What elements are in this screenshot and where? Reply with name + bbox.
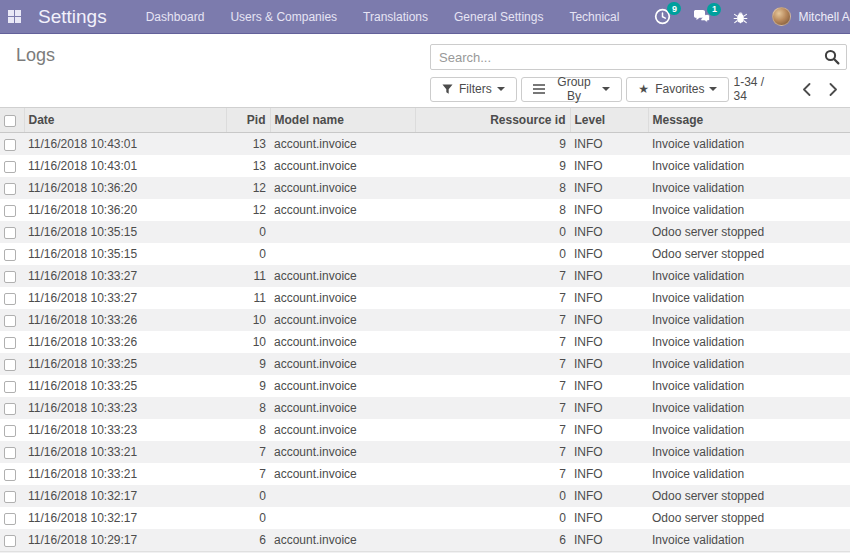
row-select-cell [0,529,24,551]
row-checkbox[interactable] [4,315,16,327]
cell-model-name [270,221,415,243]
row-checkbox[interactable] [4,513,16,525]
column-header-model-name[interactable]: Model name [270,108,415,133]
row-checkbox[interactable] [4,227,16,239]
table-row[interactable]: 11/16/2018 10:33:21 7 account.invoice 7 … [0,463,850,485]
row-checkbox[interactable] [4,205,16,217]
column-header-pid[interactable]: Pid [226,108,270,133]
select-all-checkbox[interactable] [4,115,16,127]
column-header-ressource-id[interactable]: Ressource id [415,108,570,133]
row-checkbox[interactable] [4,293,16,305]
cell-date: 11/16/2018 10:33:23 [24,397,226,419]
cell-ressource-id: 7 [415,419,570,441]
table-row[interactable]: 11/16/2018 10:29:17 6 account.invoice 6 … [0,529,850,551]
row-checkbox[interactable] [4,535,16,547]
activities-clock-icon[interactable]: 9 [654,8,671,25]
row-checkbox[interactable] [4,491,16,503]
table-row[interactable]: 11/16/2018 10:33:26 10 account.invoice 7… [0,309,850,331]
nav-item-technical[interactable]: Technical [556,0,632,33]
cell-pid: 0 [226,507,270,529]
search-options-row: Filters Group By ★ Favorites 1-34 / 34 [430,75,847,103]
row-select-cell [0,353,24,375]
cell-pid: 11 [226,287,270,309]
cell-ressource-id: 8 [415,177,570,199]
row-checkbox[interactable] [4,249,16,261]
user-name: Mitchell Admin (Odoo_12) [798,10,850,24]
cell-message: Invoice validation [648,463,850,485]
row-checkbox[interactable] [4,337,16,349]
table-row[interactable]: 11/16/2018 10:35:15 0 0 INFO Odoo server… [0,243,850,265]
search-icon[interactable] [824,49,840,68]
app-title[interactable]: Settings [38,6,107,28]
search-input[interactable] [430,44,847,70]
cell-ressource-id: 9 [415,155,570,177]
table-row[interactable]: 11/16/2018 10:33:25 9 account.invoice 7 … [0,353,850,375]
cell-pid: 8 [226,397,270,419]
row-checkbox[interactable] [4,183,16,195]
table-row[interactable]: 11/16/2018 10:33:21 7 account.invoice 7 … [0,441,850,463]
cell-pid: 12 [226,177,270,199]
user-menu[interactable]: Mitchell Admin (Odoo_12) [772,7,850,26]
table-row[interactable]: 11/16/2018 10:33:26 10 account.invoice 7… [0,331,850,353]
table-row[interactable]: 11/16/2018 10:33:23 8 account.invoice 7 … [0,419,850,441]
column-header-level[interactable]: Level [570,108,648,133]
row-checkbox[interactable] [4,447,16,459]
cell-message: Invoice validation [648,375,850,397]
column-header-message[interactable]: Message [648,108,850,133]
filters-button[interactable]: Filters [430,77,517,102]
cell-level: INFO [570,529,648,551]
apps-grid-icon[interactable] [8,10,21,23]
table-row[interactable]: 11/16/2018 10:32:17 0 0 INFO Odoo server… [0,485,850,507]
nav-item-general-settings[interactable]: General Settings [441,0,556,33]
cell-pid: 13 [226,133,270,156]
column-header-date[interactable]: Date [24,108,226,133]
row-checkbox[interactable] [4,425,16,437]
row-select-cell [0,199,24,221]
table-row[interactable]: 11/16/2018 10:33:27 11 account.invoice 7… [0,265,850,287]
cell-model-name [270,243,415,265]
pager: 1-34 / 34 [733,75,847,103]
row-checkbox[interactable] [4,359,16,371]
group-by-button[interactable]: Group By [521,77,623,102]
chevron-down-icon [497,87,505,91]
table-row[interactable]: 11/16/2018 10:43:01 13 account.invoice 9… [0,155,850,177]
table-row[interactable]: 11/16/2018 10:33:25 9 account.invoice 7 … [0,375,850,397]
cell-date: 11/16/2018 10:33:26 [24,331,226,353]
messages-chat-icon[interactable]: 1 [693,9,711,25]
favorites-button[interactable]: ★ Favorites [626,77,729,102]
nav-item-translations[interactable]: Translations [350,0,441,33]
cell-pid: 9 [226,353,270,375]
row-select-cell [0,265,24,287]
pager-previous-button[interactable] [793,83,820,96]
cell-message: Invoice validation [648,419,850,441]
table-row[interactable]: 11/16/2018 10:36:20 12 account.invoice 8… [0,199,850,221]
cell-level: INFO [570,133,648,156]
cell-ressource-id: 0 [415,485,570,507]
table-row[interactable]: 11/16/2018 10:33:27 11 account.invoice 7… [0,287,850,309]
row-select-cell [0,441,24,463]
table-row[interactable]: 11/16/2018 10:43:01 13 account.invoice 9… [0,133,850,156]
row-checkbox[interactable] [4,161,16,173]
row-checkbox[interactable] [4,469,16,481]
row-checkbox[interactable] [4,271,16,283]
cell-model-name: account.invoice [270,309,415,331]
favorites-label: Favorites [655,82,704,96]
cell-model-name: account.invoice [270,287,415,309]
table-row[interactable]: 11/16/2018 10:33:23 8 account.invoice 7 … [0,397,850,419]
debug-bug-icon[interactable] [733,9,748,25]
nav-item-users-companies[interactable]: Users & Companies [217,0,350,33]
nav-item-dashboard[interactable]: Dashboard [133,0,218,33]
cell-level: INFO [570,507,648,529]
row-checkbox[interactable] [4,381,16,393]
cell-ressource-id: 6 [415,529,570,551]
cell-model-name: account.invoice [270,177,415,199]
messages-badge: 1 [707,3,721,16]
row-checkbox[interactable] [4,403,16,415]
row-checkbox[interactable] [4,139,16,151]
group-by-list-icon [533,84,545,94]
cell-pid: 0 [226,221,270,243]
pager-next-button[interactable] [820,83,847,96]
table-row[interactable]: 11/16/2018 10:36:20 12 account.invoice 8… [0,177,850,199]
table-row[interactable]: 11/16/2018 10:35:15 0 0 INFO Odoo server… [0,221,850,243]
table-row[interactable]: 11/16/2018 10:32:17 0 0 INFO Odoo server… [0,507,850,529]
